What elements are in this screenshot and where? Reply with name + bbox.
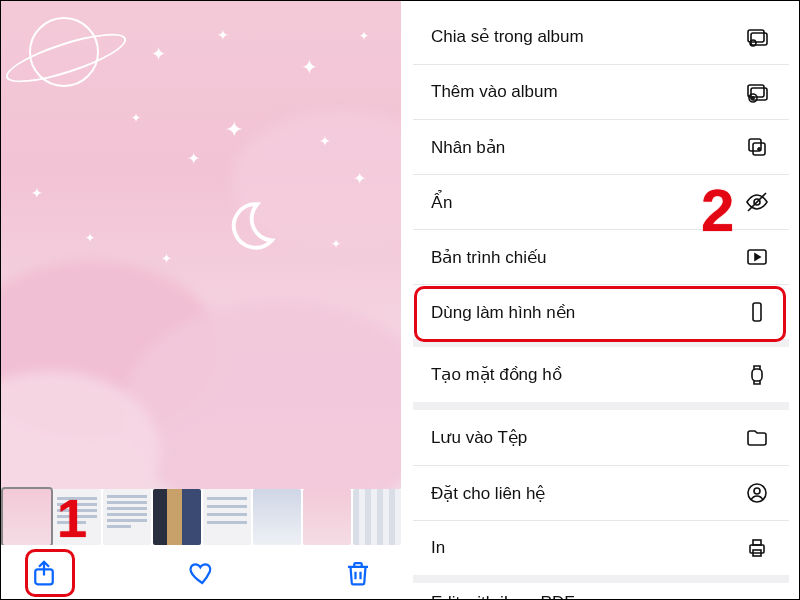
menu-item-add-album[interactable]: Thêm vào album [413,64,789,119]
share-icon [29,558,59,588]
thumbnail[interactable] [203,489,251,545]
assign-contact-icon [743,479,771,507]
svg-rect-11 [753,303,761,321]
duplicate-icon [743,133,771,161]
menu-item-duplicate[interactable]: Nhân bản [413,119,789,174]
thumbnail[interactable] [153,489,201,545]
watchface-icon [743,361,771,389]
share-menu: Chia sẻ trong album Thêm vào album Nhân … [413,9,789,600]
thumbnail-strip[interactable] [1,489,401,545]
heart-icon [186,558,216,588]
menu-item-slideshow[interactable]: Bản trình chiếu [413,229,789,284]
menu-item-watchface[interactable]: Tạo mặt đồng hồ [413,347,789,402]
trash-icon [343,558,373,588]
photo-preview[interactable]: ✦ ✦ ✦ ✦ ✦ ✦ ✦ ✦ ✦ ✦ ✦ ✦ ✦ [1,1,401,489]
menu-label: Chia sẻ trong album [431,26,584,47]
thumbnail[interactable] [253,489,301,545]
share-button[interactable] [27,556,61,590]
menu-item-save-files[interactable]: Lưu vào Tệp [413,410,789,465]
thumbnail[interactable] [3,489,51,545]
save-files-icon [743,424,771,452]
menu-label: Tạo mặt đồng hồ [431,364,562,385]
menu-label: Ẩn [431,192,452,213]
menu-item-assign-contact[interactable]: Đặt cho liên hệ [413,465,789,520]
menu-item-ilovepdf[interactable]: Edit with iLovePDF I❤ [413,583,789,600]
favorite-button[interactable] [184,556,218,590]
menu-label: Thêm vào album [431,82,558,102]
tutorial-frame: ✦ ✦ ✦ ✦ ✦ ✦ ✦ ✦ ✦ ✦ ✦ ✦ ✦ [0,0,800,600]
delete-button[interactable] [341,556,375,590]
menu-label: Lưu vào Tệp [431,427,527,448]
share-album-icon [743,23,771,51]
menu-item-share-album[interactable]: Chia sẻ trong album [413,9,789,64]
slideshow-icon [743,243,771,271]
menu-item-wallpaper[interactable]: Dùng làm hình nền [413,284,789,339]
planet-doodle [29,17,99,87]
svg-rect-12 [752,369,762,381]
thumbnail[interactable] [303,489,351,545]
ilovepdf-icon: I❤ [743,589,771,600]
moon-doodle [221,197,279,255]
thumbnail[interactable] [53,489,101,545]
menu-label: Bản trình chiếu [431,247,546,268]
add-album-icon [743,78,771,106]
menu-label: Edit with iLovePDF [431,593,575,600]
svg-rect-15 [750,545,764,553]
menu-label: Dùng làm hình nền [431,302,575,323]
menu-item-print[interactable]: In [413,520,789,575]
svg-rect-16 [753,540,761,545]
wallpaper-icon [743,298,771,326]
menu-item-hide[interactable]: Ẩn [413,174,789,229]
thumbnail[interactable] [353,489,401,545]
hide-icon [743,188,771,216]
menu-label: Nhân bản [431,137,505,158]
photo-toolbar [1,545,401,600]
share-sheet-pane: Chia sẻ trong album Thêm vào album Nhân … [401,1,800,600]
menu-label: Đặt cho liên hệ [431,483,546,504]
svg-point-14 [754,488,760,494]
print-icon [743,534,771,562]
menu-label: In [431,538,445,558]
photos-app-pane: ✦ ✦ ✦ ✦ ✦ ✦ ✦ ✦ ✦ ✦ ✦ ✦ ✦ [1,1,401,600]
thumbnail[interactable] [103,489,151,545]
